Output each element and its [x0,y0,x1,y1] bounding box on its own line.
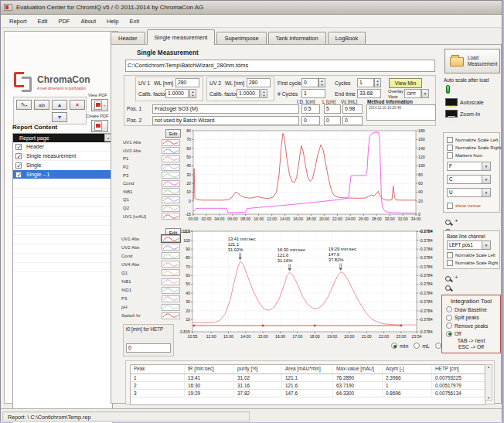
delete-page-button[interactable]: × [70,100,85,110]
legend-swatch[interactable] [162,213,180,220]
radio-icon[interactable] [446,331,452,337]
menu-item-about[interactable]: About [75,16,101,26]
text-format-button[interactable]: a|b [34,100,49,110]
pos1-id-field[interactable]: 0.5 [301,104,320,114]
scroll-up-icon[interactable]: ▲ [485,365,492,369]
checkbox-icon[interactable] [15,172,22,178]
uv2-calib-field[interactable]: 1.0000 [237,89,260,98]
menu-item-edit[interactable]: Edit [32,16,53,26]
cycles-field[interactable]: 1 [357,78,374,87]
move-down-button[interactable]: ▼ [52,112,67,122]
chromatogram-peaks-chart[interactable]: 110.3-0.3784110-0.3784100-0.378490-0.378… [172,227,435,341]
checkbox-icon[interactable] [447,203,453,209]
zoom-in-icon[interactable] [445,110,458,118]
view-pdf-button[interactable]: → [91,99,108,111]
legend-item-q2[interactable]: Q2 [123,204,180,213]
column-header-max-value-mau[interactable]: Max-value [mAU] [333,365,383,374]
legend-item-cond[interactable]: Cond [123,179,180,188]
checkbox-icon[interactable] [447,137,453,143]
checkbox-icon[interactable] [15,153,22,159]
column-header-tr-min-sec[interactable]: tR [min:sec] [185,365,234,374]
checkbox-icon[interactable] [447,145,453,151]
legend-item-ph[interactable]: pH [121,303,180,312]
zoom-plus-icon[interactable] [445,220,451,225]
uv1-calib-spinner[interactable]: ▲▼ [189,89,196,98]
zoom-plus-icon[interactable] [445,276,451,281]
radio-icon[interactable] [391,343,397,349]
tab-superimpose[interactable]: Superimpose [216,32,266,45]
pos2-l-field[interactable]: 0 [324,116,341,125]
menu-item-exit[interactable]: Exit [124,16,145,26]
checkbox-icon[interactable] [447,152,453,159]
legend-swatch[interactable] [162,172,180,179]
legend-item-uv1-abs[interactable]: UV1 Abs [121,234,180,243]
radio-icon[interactable] [446,322,452,329]
move-up-button[interactable]: ▲ [52,100,67,110]
radio-icon[interactable] [414,343,420,349]
column-header-asym[interactable]: Asym [-] [383,365,432,374]
create-pdf-button[interactable] [91,120,108,132]
table-scrollbar[interactable]: ▲▼ [485,364,492,401]
marker-dropdown-u[interactable]: U▼ [447,188,491,197]
file-path-field[interactable]: C:\Contichrom\Temp\BatchWizard_280nm.tdm… [125,60,435,72]
marker-dropdown-f[interactable]: F▼ [447,162,491,171]
edit-chart-top-button[interactable]: Edit [165,129,181,138]
tab-tank-information[interactable]: Tank information [268,32,326,45]
menu-item-pdf[interactable]: PDF [53,16,75,26]
legend-item-b1[interactable]: %B1 [123,188,180,196]
integration-option-remove-peaks[interactable]: Remove peaks [446,322,488,329]
show-runner-checkbox[interactable]: show runner [447,203,481,209]
chevron-down-icon[interactable]: ▼ [482,175,491,184]
legend-item-p2[interactable]: P2 [123,163,180,172]
legend-item-p3[interactable]: P3 [123,171,180,179]
menu-item-help[interactable]: Help [101,16,124,26]
end-time-field[interactable]: 33.68 [357,89,381,98]
column-header-purity[interactable]: purity [%] [234,365,282,374]
table-row[interactable]: 216:3031.16121.663.719010.00517979 [131,382,485,390]
legend-item-uv1-abs[interactable]: UV1 Abs [123,138,180,147]
autoscale-after-load-toggle[interactable] [446,85,450,94]
legend-item-uv2-abs[interactable]: UV2 Abs [121,243,180,251]
table-row[interactable]: 113:4131.02121.176.28902.39660.00793225 [131,374,485,382]
first-cycle-spinner[interactable]: ▲▼ [318,78,325,87]
chromatogram-overview-chart[interactable]: 8018070160601405012040100308020601040020… [181,128,430,225]
uv1-calib-field[interactable]: 1.0000 [165,89,189,98]
legend-swatch[interactable] [162,155,180,162]
radio-icon[interactable] [446,315,452,321]
table-row[interactable]: 319:2937.82147.664.33000.86960.00756134 [131,390,485,397]
marker-dropdown-c[interactable]: C▼ [447,175,491,184]
pos2-id-field[interactable]: 0 [301,116,320,125]
unit-radio-min[interactable]: min [391,343,408,349]
column-header-peak[interactable]: Peak [131,365,185,374]
radio-icon[interactable] [435,343,441,349]
legend-item-p1[interactable]: P1 [123,155,180,163]
checkbox-icon[interactable] [447,260,453,266]
legend-swatch[interactable] [162,196,180,203]
legend-item-b1[interactable]: %B1 [121,277,180,285]
radio-icon[interactable] [446,306,452,312]
menu-item-report[interactable]: Report [4,16,32,26]
integration-option-split-peaks[interactable]: Split peaks [446,315,488,321]
first-cycle-field[interactable]: 0 [301,78,318,87]
legend-swatch[interactable] [162,188,180,195]
zoom-icon[interactable] [445,285,451,291]
scroll-down-icon[interactable]: ▼ [485,396,492,400]
checkbox-icon[interactable] [15,162,22,169]
cycles-spinner[interactable]: ▲▼ [374,78,381,87]
legend-item-uv4-abs[interactable]: UV4 Abs [121,260,180,268]
legend-item-uv1-mau[interactable]: UV1 [mAU] [123,212,180,220]
checkbox-icon[interactable] [15,144,22,150]
overlay-dropdown-icon[interactable]: ▼ [421,89,429,98]
load-measurement-button[interactable]: Load Measurement [444,49,500,73]
unit-radio-ml[interactable]: mL [414,343,430,349]
legend-item-uv2-abs[interactable]: UV2 Abs [123,147,180,155]
autoscale-label[interactable]: Autoscale [460,100,484,105]
view-min-button[interactable]: View Min [389,78,422,88]
chevron-down-icon[interactable]: ▼ [482,188,491,197]
normalize-right-checkbox[interactable]: Normalize Scale Right [447,145,501,151]
legend-item-cond[interactable]: Cond [121,251,180,260]
legend-swatch[interactable] [162,164,180,171]
uv2-wl-field[interactable]: 280 [247,78,271,87]
column-header-hetp-cm[interactable]: HETP [cm] [432,365,485,374]
plus-icon[interactable]: + [455,217,458,224]
